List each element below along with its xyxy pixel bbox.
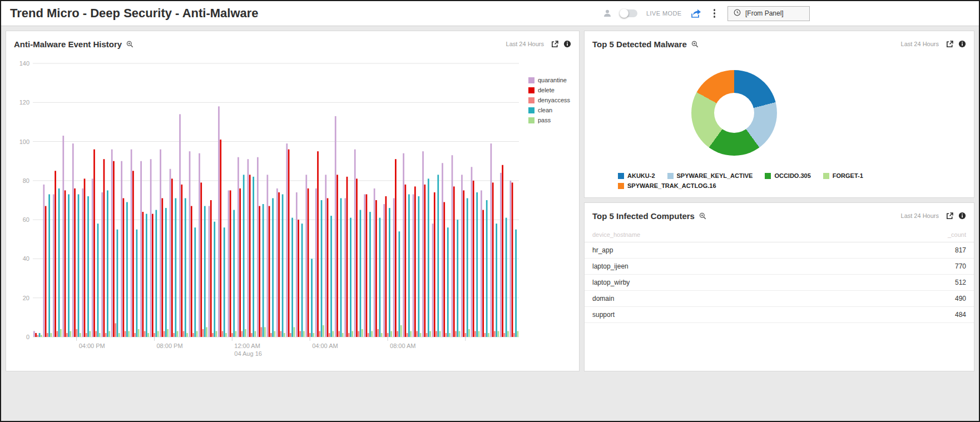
zoom-icon[interactable] [691,41,699,48]
more-options-icon[interactable] [710,8,719,19]
table-row: support 484 [585,307,974,323]
table-row: laptop_ijeen 770 [585,259,974,275]
live-mode-label: LIVE MODE [646,10,682,17]
count-cell: 770 [955,262,966,270]
legend-swatch [528,107,534,113]
legend-item-occido305[interactable]: OCCIDO.305 [765,172,810,179]
hostname-cell: laptop_wirby [592,279,630,286]
info-icon[interactable] [958,40,966,48]
expand-icon[interactable] [946,40,954,48]
donut-hole [714,93,754,133]
svg-text:40: 40 [23,255,29,262]
legend-label: SPYWARE_TRAK_ACTLOG.16 [627,182,716,189]
legend-swatch [528,97,534,103]
legend-item-forget1[interactable]: FORGET-1 [823,172,863,179]
info-icon[interactable] [958,212,966,220]
column-header-hostname: device_hostname [592,231,640,238]
top-malware-legend: AKUKU-2 SPYWARE_KEYL_ACTIVE OCCIDO.305 [592,172,915,189]
event-history-bar-canvas[interactable]: 02040608010012014004:00 PM08:00 PM12:00 … [14,54,524,364]
legend-swatch [528,77,534,83]
table-row: laptop_wirby 512 [585,275,974,291]
column-header-count: _count [948,231,966,238]
panel-event-history: Anti-Malware Event History Last 24 Hours [6,31,580,371]
top-computers-table: device_hostname _count hr_app 817 laptop… [585,227,974,323]
count-cell: 490 [955,295,966,302]
legend-item-clean[interactable]: clean [528,107,570,113]
svg-text:80: 80 [23,177,29,184]
panel-top-computers: Top 5 Infected Computers Last 24 Hours [584,202,974,371]
expand-icon[interactable] [551,40,559,48]
user-icon [603,9,612,18]
svg-text:08:00 AM: 08:00 AM [390,342,415,349]
header-controls: LIVE MODE [From Panel] [603,6,810,21]
time-range-selector[interactable]: [From Panel] [727,6,810,21]
right-column: Top 5 Detected Malware Last 24 Hours [584,31,974,371]
legend-label: denyaccess [538,97,570,103]
share-icon[interactable] [691,9,701,18]
legend-label: quarantine [538,77,567,83]
legend-label: OCCIDO.305 [774,172,810,179]
legend-item-delete[interactable]: delete [528,87,570,93]
table-header-row: device_hostname _count [585,227,974,242]
count-cell: 512 [955,279,966,286]
top-computers-header: Top 5 Infected Computers Last 24 Hours [585,208,974,223]
dashboard-title: Trend Micro - Deep Security - Anti-Malwa… [10,6,259,21]
top-computers-time-range: Last 24 Hours [901,212,939,219]
legend-item-spyware-trak-actlog16[interactable]: SPYWARE_TRAK_ACTLOG.16 [618,182,716,189]
svg-text:0: 0 [26,334,29,340]
info-icon[interactable] [563,40,571,48]
panel-top-malware: Top 5 Detected Malware Last 24 Hours [584,31,974,198]
top-malware-chart: AKUKU-2 SPYWARE_KEYL_ACTIVE OCCIDO.305 [592,51,966,189]
zoom-icon[interactable] [699,212,706,220]
event-history-header: Anti-Malware Event History Last 24 Hours [14,37,571,51]
count-cell: 817 [955,246,966,254]
legend-swatch [618,173,624,179]
legend-label: FORGET-1 [833,172,863,179]
legend-swatch [667,173,674,179]
legend-item-pass[interactable]: pass [528,117,570,123]
legend-swatch [823,173,829,179]
legend-label: clean [538,107,552,113]
legend-label: AKUKU-2 [627,172,655,179]
top-malware-time-range: Last 24 Hours [901,41,939,47]
hostname-cell: laptop_ijeen [592,262,628,270]
hostname-cell: support [592,311,615,319]
svg-text:60: 60 [23,216,29,223]
legend-swatch [765,173,771,179]
live-mode-toggle-knob[interactable] [620,9,628,18]
expand-icon[interactable] [946,212,954,220]
legend-item-denyaccess[interactable]: denyaccess [528,97,570,103]
legend-swatch [528,87,534,93]
zoom-icon[interactable] [126,41,133,48]
legend-label: SPYWARE_KEYL_ACTIVE [677,172,753,179]
svg-text:04:00 AM: 04:00 AM [312,342,338,349]
hostname-cell: domain [592,295,614,302]
legend-item-quarantine[interactable]: quarantine [528,77,570,83]
svg-text:04 Aug 16: 04 Aug 16 [234,350,262,357]
svg-text:140: 140 [19,60,29,67]
hostname-cell: hr_app [592,246,613,254]
event-history-title: Anti-Malware Event History [14,39,122,49]
count-cell: 484 [955,311,966,319]
event-history-legend: quarantine delete denyaccess clean [528,77,570,123]
svg-text:08:00 PM: 08:00 PM [157,342,183,349]
dashboard-window: Trend Micro - Deep Security - Anti-Malwa… [0,0,980,422]
top-malware-title: Top 5 Detected Malware [592,39,687,49]
table-row: hr_app 817 [585,242,974,259]
clock-icon [734,9,741,18]
app-header: Trend Micro - Deep Security - Anti-Malwa… [1,1,979,26]
legend-label: pass [538,117,551,123]
legend-item-akuku2[interactable]: AKUKU-2 [618,172,655,179]
top-malware-header: Top 5 Detected Malware Last 24 Hours [592,37,966,51]
event-history-chart: 02040608010012014004:00 PM08:00 PM12:00 … [14,54,571,364]
live-mode-toggle[interactable] [621,9,637,17]
donut-chart[interactable] [691,70,777,156]
legend-item-spyware-keyl-active[interactable]: SPYWARE_KEYL_ACTIVE [667,172,753,179]
top-computers-title: Top 5 Infected Computers [592,211,695,221]
svg-text:120: 120 [19,99,29,106]
dashboard-content: Anti-Malware Event History Last 24 Hours [1,26,979,376]
time-range-value: [From Panel] [745,9,784,17]
legend-label: delete [538,87,555,93]
svg-text:04:00 PM: 04:00 PM [79,342,105,349]
table-row: domain 490 [585,291,974,307]
